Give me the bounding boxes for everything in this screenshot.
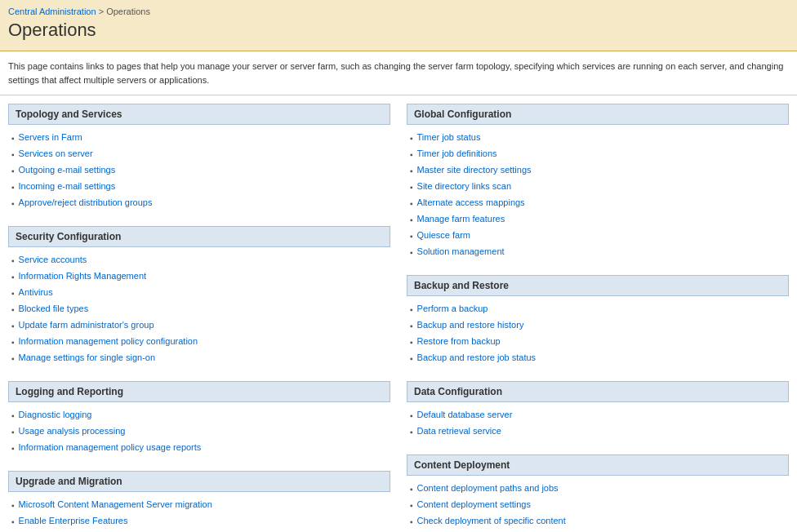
list-item: ▪Approve/reject distribution groups: [8, 195, 390, 211]
nav-link-topology-3[interactable]: Incoming e-mail settings: [19, 180, 116, 193]
list-item: ▪Check deployment of specific content: [407, 513, 789, 530]
nav-link-logging-0[interactable]: Diagnostic logging: [19, 409, 92, 421]
section-links-global: ▪Timer job status▪Timer job definitions▪…: [407, 128, 789, 262]
section-topology: Topology and Services▪Servers in Farm▪Se…: [8, 104, 390, 213]
list-item: ▪Information management policy configura…: [8, 334, 390, 350]
nav-link-global-7[interactable]: Solution management: [417, 246, 505, 258]
list-item: ▪Manage farm features: [407, 211, 789, 228]
list-item: ▪Alternate access mappings: [407, 195, 789, 211]
nav-link-data-0[interactable]: Default database server: [417, 409, 513, 421]
list-item: ▪Enable Enterprise Features: [8, 513, 390, 530]
nav-link-security-6[interactable]: Manage settings for single sign-on: [19, 352, 156, 364]
nav-link-backup-1[interactable]: Backup and restore history: [417, 319, 524, 331]
nav-link-security-4[interactable]: Update farm administrator's group: [19, 319, 154, 331]
list-item: ▪Quiesce farm: [407, 228, 789, 244]
nav-link-content-0[interactable]: Content deployment paths and jobs: [417, 482, 559, 494]
list-item: ▪Servers in Farm: [8, 130, 390, 146]
list-item: ▪Backup and restore history: [407, 317, 789, 334]
section-global: Global Configuration▪Timer job status▪Ti…: [407, 104, 789, 262]
nav-link-security-0[interactable]: Service accounts: [19, 254, 87, 266]
header-bar: Central Administration > Operations Oper…: [0, 0, 797, 51]
section-links-upgrade: ▪Microsoft Content Management Server mig…: [8, 495, 390, 532]
bullet-icon: ▪: [11, 255, 15, 267]
section-header-topology: Topology and Services: [8, 104, 390, 125]
section-security: Security Configuration▪Service accounts▪…: [8, 226, 390, 368]
bullet-icon: ▪: [11, 304, 15, 316]
section-header-upgrade: Upgrade and Migration: [8, 471, 390, 492]
bullet-icon: ▪: [11, 166, 15, 177]
list-item: ▪Restore from backup: [407, 334, 789, 350]
nav-link-logging-1[interactable]: Usage analysis processing: [19, 425, 126, 437]
list-item: ▪Data retrieval service: [407, 423, 789, 440]
bullet-icon: ▪: [11, 149, 15, 161]
bullet-icon: ▪: [410, 353, 413, 365]
bullet-icon: ▪: [410, 149, 413, 161]
nav-link-upgrade-0[interactable]: Microsoft Content Management Server migr…: [19, 499, 212, 511]
nav-link-global-3[interactable]: Site directory links scan: [417, 180, 512, 193]
section-header-security: Security Configuration: [8, 226, 390, 247]
nav-link-logging-2[interactable]: Information management policy usage repo…: [19, 441, 202, 454]
nav-link-global-4[interactable]: Alternate access mappings: [417, 197, 525, 209]
nav-link-global-1[interactable]: Timer job definitions: [417, 148, 497, 160]
breadcrumb-home-link[interactable]: Central Administration: [8, 7, 96, 16]
list-item: ▪Timer job definitions: [407, 146, 789, 162]
nav-link-security-3[interactable]: Blocked file types: [19, 303, 89, 315]
bullet-icon: ▪: [11, 182, 15, 193]
nav-link-global-5[interactable]: Manage farm features: [417, 213, 505, 225]
list-item: ▪Services on server: [8, 146, 390, 162]
nav-link-global-0[interactable]: Timer job status: [417, 131, 481, 144]
right-column: Global Configuration▪Timer job status▪Ti…: [398, 104, 789, 532]
list-item: ▪Site directory links scan: [407, 179, 789, 195]
nav-link-upgrade-1[interactable]: Enable Enterprise Features: [19, 515, 128, 527]
nav-link-topology-0[interactable]: Servers in Farm: [19, 131, 82, 144]
bullet-icon: ▪: [11, 410, 15, 422]
nav-link-data-1[interactable]: Data retrieval service: [417, 425, 501, 437]
bullet-icon: ▪: [410, 337, 413, 348]
section-header-content: Content Deployment: [407, 454, 789, 476]
nav-link-security-1[interactable]: Information Rights Management: [19, 270, 147, 282]
section-links-content: ▪Content deployment paths and jobs▪Conte…: [407, 479, 789, 531]
bullet-icon: ▪: [410, 410, 413, 422]
bullet-icon: ▪: [410, 500, 413, 512]
list-item: ▪Perform a backup: [407, 301, 789, 317]
nav-link-security-2[interactable]: Antivirus: [19, 286, 53, 299]
nav-link-topology-4[interactable]: Approve/reject distribution groups: [19, 197, 153, 209]
bullet-icon: ▪: [410, 231, 413, 242]
nav-link-backup-0[interactable]: Perform a backup: [417, 303, 488, 315]
bullet-icon: ▪: [11, 500, 15, 512]
list-item: ▪Manage settings for single sign-on: [8, 350, 390, 366]
bullet-icon: ▪: [11, 133, 15, 144]
nav-link-security-5[interactable]: Information management policy configurat…: [19, 335, 198, 348]
section-links-topology: ▪Servers in Farm▪Services on server▪Outg…: [8, 128, 390, 213]
nav-link-content-1[interactable]: Content deployment settings: [417, 499, 531, 511]
nav-link-topology-1[interactable]: Services on server: [19, 148, 93, 160]
bullet-icon: ▪: [410, 247, 413, 259]
nav-link-backup-3[interactable]: Backup and restore job status: [417, 352, 537, 364]
list-item: ▪Incoming e-mail settings: [8, 179, 390, 195]
bullet-icon: ▪: [410, 133, 413, 144]
nav-link-global-2[interactable]: Master site directory settings: [417, 164, 532, 176]
bullet-icon: ▪: [410, 516, 413, 528]
nav-link-backup-2[interactable]: Restore from backup: [417, 335, 501, 348]
bullet-icon: ▪: [410, 321, 413, 332]
nav-link-topology-2[interactable]: Outgoing e-mail settings: [19, 164, 116, 176]
list-item: ▪Content deployment paths and jobs: [407, 481, 789, 497]
bullet-icon: ▪: [11, 427, 15, 438]
list-item: ▪Solution management: [407, 244, 789, 260]
bullet-icon: ▪: [11, 516, 15, 528]
section-links-backup: ▪Perform a backup▪Backup and restore his…: [407, 299, 789, 368]
list-item: ▪Blocked file types: [8, 301, 390, 317]
bullet-icon: ▪: [410, 427, 413, 438]
section-data: Data Configuration▪Default database serv…: [407, 381, 789, 441]
nav-link-content-2[interactable]: Check deployment of specific content: [417, 515, 566, 527]
list-item: ▪Content deployment settings: [407, 497, 789, 513]
list-item: ▪Outgoing e-mail settings: [8, 162, 390, 179]
page-description: This page contains links to pages that h…: [0, 51, 797, 95]
breadcrumb-separator: >: [96, 7, 107, 16]
list-item: ▪Backup and restore job status: [407, 350, 789, 366]
bullet-icon: ▪: [410, 198, 413, 210]
bullet-icon: ▪: [11, 443, 15, 454]
section-upgrade: Upgrade and Migration▪Microsoft Content …: [8, 471, 390, 532]
list-item: ▪Update farm administrator's group: [8, 317, 390, 334]
nav-link-global-6[interactable]: Quiesce farm: [417, 229, 470, 242]
